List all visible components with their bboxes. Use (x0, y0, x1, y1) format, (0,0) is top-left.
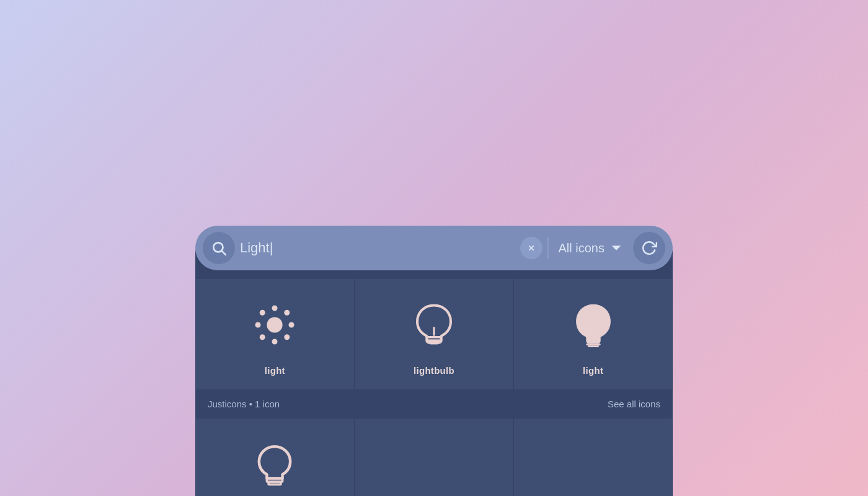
search-bar: All icons (195, 226, 673, 270)
svg-point-14 (260, 309, 265, 315)
refresh-icon (641, 240, 657, 256)
svg-point-13 (255, 322, 261, 327)
icon-name-lightbulb-1: lightbulb (414, 365, 454, 376)
light-simple-icon (247, 436, 303, 495)
search-input[interactable] (240, 240, 515, 256)
icon-cell-light-3[interactable]: light (195, 418, 355, 496)
chevron-down-icon (609, 241, 623, 255)
close-icon (525, 242, 538, 254)
svg-rect-22 (268, 481, 281, 484)
svg-point-12 (260, 334, 265, 340)
svg-point-6 (267, 317, 283, 332)
svg-line-1 (222, 251, 226, 255)
justicons-title: Justicons • 1 icon (208, 399, 280, 409)
icon-cell-lightbulb-1[interactable]: lightbulb (355, 278, 514, 390)
icon-name-light-1: light (265, 365, 285, 376)
icon-cell-empty-2 (513, 418, 673, 496)
icon-name-light-2: light (583, 365, 603, 376)
svg-point-10 (285, 334, 290, 340)
svg-point-8 (285, 309, 290, 315)
justicons-header: Justicons • 1 icon See all icons (195, 390, 673, 418)
search-container: All icons Batch Icons • 3 icons See all … (195, 226, 673, 270)
justicons-grid: light (195, 418, 673, 496)
icon-cell-light-1[interactable]: light (195, 278, 355, 390)
filter-label: All icons (559, 241, 604, 255)
refresh-button[interactable] (633, 232, 665, 264)
svg-marker-5 (612, 246, 621, 250)
svg-point-9 (289, 322, 294, 327)
justicons-see-all[interactable]: See all icons (608, 399, 660, 409)
clear-button[interactable] (520, 237, 542, 259)
light-sun-icon (247, 297, 303, 355)
svg-rect-20 (588, 345, 599, 347)
search-icon (211, 240, 227, 256)
filter-select[interactable]: All icons (554, 241, 628, 255)
svg-point-11 (272, 339, 278, 344)
batch-icons-grid: light lightbu (195, 278, 673, 390)
dropdown-panel: Batch Icons • 3 icons See all icons (195, 250, 673, 496)
icon-cell-empty-1 (355, 418, 514, 496)
lightbulb-outline-icon (406, 297, 462, 355)
icon-cell-light-2[interactable]: light (513, 278, 673, 390)
divider (547, 237, 549, 259)
svg-rect-19 (586, 343, 600, 345)
lightbulb-filled-icon (565, 297, 621, 355)
search-icon-wrapper (203, 232, 235, 264)
svg-point-7 (272, 305, 278, 311)
